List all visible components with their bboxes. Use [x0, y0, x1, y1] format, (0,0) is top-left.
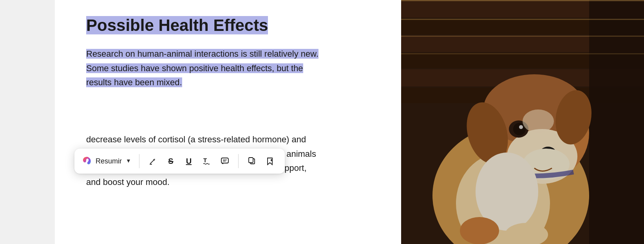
svg-rect-2 — [221, 158, 228, 163]
svg-rect-36 — [401, 19, 644, 20]
highlighter-icon — [148, 157, 157, 165]
paragraph-1-highlighted: Research on human-animal interactions is… — [86, 49, 318, 87]
svg-rect-35 — [401, 0, 644, 1]
bookmark-add-button[interactable] — [262, 153, 278, 169]
svg-rect-37 — [401, 36, 644, 37]
strikethrough-button[interactable]: S — [163, 153, 179, 169]
article-heading: Possible Health Effects — [86, 16, 321, 35]
text-area: Possible Health Effects Research on huma… — [86, 16, 321, 228]
toolbar-brand-label: Resumir — [96, 157, 122, 165]
toolbar-divider-1 — [139, 154, 139, 168]
toolbar-brand[interactable]: Resumir ▼ — [81, 156, 131, 167]
svg-rect-0 — [150, 164, 152, 165]
text-toolbar: Resumir ▼ S U T — [74, 149, 285, 174]
main-content: Possible Health Effects Research on huma… — [55, 0, 644, 244]
heading-highlight: Possible Health Effects — [86, 16, 268, 34]
sidebar — [0, 0, 55, 244]
copy-icon — [248, 157, 256, 165]
dog-image-area — [401, 0, 644, 244]
copy-button[interactable] — [244, 153, 260, 169]
strikethrough-icon: S — [168, 157, 173, 166]
resumir-logo-icon — [81, 156, 92, 167]
paragraph-1-block: Research on human-animal interactions is… — [86, 47, 321, 90]
text-style-button[interactable]: T — [199, 153, 215, 169]
bookmark-add-icon — [266, 157, 274, 165]
toolbar-spacer — [86, 97, 321, 133]
toolbar-divider-2 — [238, 154, 239, 168]
toolbar-chevron-icon: ▼ — [126, 158, 131, 164]
highlight-button[interactable] — [145, 153, 161, 169]
underline-button[interactable]: U — [181, 153, 197, 169]
comment-icon — [221, 157, 229, 165]
svg-rect-38 — [401, 53, 644, 54]
svg-text:T: T — [203, 157, 207, 163]
underline-icon: U — [186, 157, 192, 166]
svg-rect-6 — [249, 158, 253, 163]
text-wavy-icon: T — [203, 157, 211, 165]
comment-button[interactable] — [217, 153, 233, 169]
dog-photo-svg — [401, 0, 644, 244]
